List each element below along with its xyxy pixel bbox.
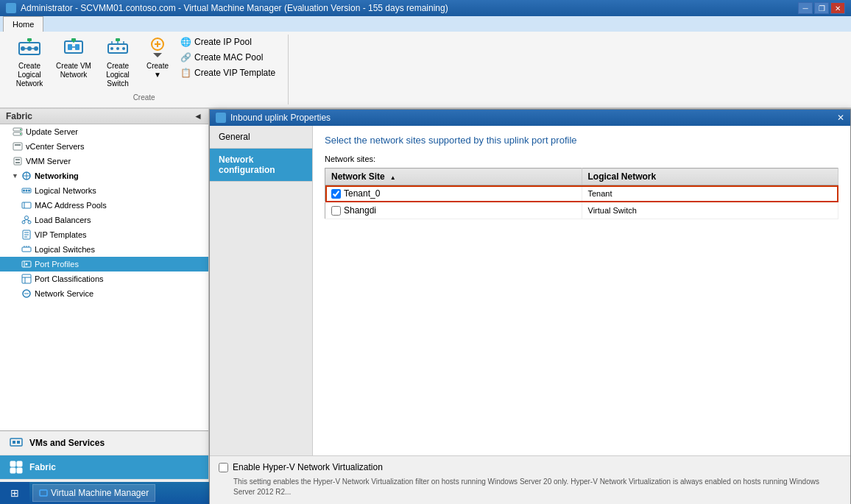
- create-mac-pool-button[interactable]: 🔗 Create MAC Pool: [177, 50, 279, 65]
- sidebar-item-networking[interactable]: ▼ Networking: [0, 168, 208, 183]
- dialog-footer: Enable Hyper-V Network Virtualization Th…: [210, 455, 850, 504]
- dialog-nav-network-config[interactable]: Network configuration: [210, 149, 312, 182]
- sidebar-item-update-server-label: Update Server: [26, 127, 78, 136]
- svg-rect-71: [17, 468, 22, 473]
- create-logical-network-button[interactable]: Create LogicalNetwork: [9, 35, 50, 90]
- svg-rect-32: [14, 157, 21, 165]
- nav-vms-services-label: VMs and Services: [29, 438, 105, 448]
- sidebar-item-vip-templates-label: VIP Templates: [35, 230, 87, 239]
- col-network-site-label: Network Site: [331, 171, 385, 182]
- svg-point-3: [34, 46, 38, 51]
- port-classifications-icon: [21, 273, 32, 285]
- close-button[interactable]: ✕: [830, 2, 845, 14]
- table-row-tenant0[interactable]: Tenant_0 Tenant: [325, 185, 838, 202]
- sidebar-item-vmm-server[interactable]: VMM Server: [0, 154, 208, 168]
- checkbox-tenant0[interactable]: [331, 189, 341, 199]
- sidebar-item-vip-templates[interactable]: VIP Templates: [0, 227, 208, 242]
- create-ip-pool-button[interactable]: 🌐 Create IP Pool: [177, 35, 279, 49]
- column-logical-network[interactable]: Logical Network: [582, 168, 838, 185]
- create-dropdown-button[interactable]: Create▼: [141, 35, 174, 82]
- sidebar-item-logical-networks[interactable]: Logical Networks: [0, 183, 208, 198]
- cell-network-tenant0: Tenant: [582, 185, 838, 202]
- sidebar-tree: Update Server vCenter Servers VMM Server…: [0, 124, 208, 430]
- checkbox-shangdi[interactable]: [331, 206, 341, 216]
- dialog-nav-general[interactable]: General: [210, 126, 312, 149]
- enable-hyper-v-row: Enable Hyper-V Network Virtualization: [219, 462, 841, 472]
- window-title: Administrator - SCVMM01.contoso.com - Vi…: [21, 3, 448, 13]
- create-ip-pool-label: Create IP Pool: [194, 37, 252, 47]
- sidebar-item-network-service[interactable]: Network Service: [0, 286, 208, 301]
- create-vip-template-label: Create VIP Template: [194, 68, 275, 78]
- sidebar-collapse-icon[interactable]: ◄: [194, 111, 202, 121]
- svg-rect-10: [75, 44, 80, 50]
- vmm-server-icon: [12, 155, 24, 167]
- sidebar-item-port-classifications-label: Port Classifications: [35, 274, 104, 283]
- svg-point-41: [28, 190, 30, 192]
- sidebar-item-logical-switches-label: Logical Switches: [35, 245, 95, 254]
- svg-point-40: [26, 190, 28, 192]
- col-logical-network-label: Logical Network: [588, 171, 657, 182]
- svg-rect-60: [22, 274, 31, 283]
- ribbon-group-buttons: Create LogicalNetwork Cre: [9, 35, 279, 90]
- svg-rect-67: [17, 441, 20, 444]
- create-vm-network-button[interactable]: Create VMNetwork: [53, 35, 94, 82]
- sidebar-item-logical-switches[interactable]: Logical Switches: [0, 242, 208, 257]
- table-row-shangdi[interactable]: Shangdi Virtual Switch: [325, 202, 838, 219]
- dialog-title-text: Inbound uplink Properties: [230, 113, 331, 123]
- svg-rect-6: [27, 38, 32, 41]
- sidebar-item-vcenter[interactable]: vCenter Servers: [0, 139, 208, 154]
- sidebar-item-update-server[interactable]: Update Server: [0, 124, 208, 139]
- svg-line-48: [27, 220, 29, 221]
- taskbar-item-vmm[interactable]: Virtual Machine Manager: [32, 484, 155, 502]
- svg-point-46: [28, 221, 31, 224]
- svg-rect-42: [22, 202, 31, 208]
- sidebar-item-port-profiles[interactable]: Port Profiles: [0, 257, 208, 271]
- nav-vms-services[interactable]: VMs and Services: [0, 431, 208, 455]
- ribbon-tabs: Home: [0, 16, 851, 32]
- ribbon-group-create: Create LogicalNetwork Cre: [6, 35, 289, 104]
- svg-rect-65: [10, 439, 22, 446]
- dialog-nav-network-config-label: Network configuration: [219, 155, 275, 175]
- taskbar-item-label: Virtual Machine Manager: [51, 488, 149, 498]
- start-button[interactable]: ⊞: [0, 482, 29, 504]
- minimize-button[interactable]: ─: [798, 2, 813, 14]
- column-network-site[interactable]: Network Site ▲: [325, 168, 582, 185]
- dialog-nav-general-label: General: [219, 132, 250, 142]
- svg-rect-69: [17, 461, 22, 466]
- cell-network-shangdi: Virtual Switch: [582, 202, 838, 219]
- dialog-close-button[interactable]: ✕: [837, 113, 844, 123]
- dialog-title-bar: Inbound uplink Properties ✕: [210, 110, 850, 126]
- restore-button[interactable]: ❐: [814, 2, 829, 14]
- svg-point-17: [122, 47, 125, 50]
- sort-asc-icon: ▲: [390, 174, 396, 181]
- load-balancers-icon: [21, 214, 32, 226]
- svg-rect-53: [22, 247, 31, 252]
- nav-vms-icon: [9, 436, 24, 450]
- create-logical-network-label: Create LogicalNetwork: [11, 62, 48, 88]
- ribbon-content: Create LogicalNetwork Cre: [0, 32, 851, 108]
- sidebar-item-port-classifications[interactable]: Port Classifications: [0, 271, 208, 286]
- port-profiles-icon: [21, 258, 32, 270]
- svg-point-16: [116, 47, 119, 50]
- svg-rect-30: [13, 143, 22, 150]
- sidebar: Fabric ◄ Update Server vCenter Servers V…: [0, 109, 209, 504]
- sidebar-item-load-balancers[interactable]: Load Balancers: [0, 213, 208, 227]
- svg-rect-68: [10, 461, 15, 466]
- sidebar-item-mac-pools[interactable]: MAC Address Pools: [0, 198, 208, 213]
- sidebar-item-vmm-server-label: VMM Server: [26, 157, 71, 166]
- svg-marker-25: [153, 53, 162, 57]
- svg-rect-102: [40, 490, 47, 496]
- enable-hyper-v-checkbox[interactable]: [219, 463, 228, 472]
- create-logical-switch-button[interactable]: CreateLogical Switch: [97, 35, 138, 90]
- ip-pool-icon: 🌐: [180, 37, 191, 47]
- dialog-sidebar: General Network configuration: [210, 126, 313, 455]
- networking-expand-icon: ▼: [12, 172, 18, 180]
- network-sites-table: Network Site ▲ Logical Network: [325, 168, 838, 219]
- logical-switches-icon: [21, 244, 32, 255]
- create-mac-pool-label: Create MAC Pool: [194, 52, 263, 63]
- ribbon-tab-home[interactable]: Home: [3, 16, 43, 32]
- create-vip-template-button[interactable]: 📋 Create VIP Template: [177, 65, 279, 80]
- nav-fabric[interactable]: Fabric: [0, 455, 208, 480]
- dialog-subtitle: Select the network sites supported by th…: [325, 135, 838, 146]
- svg-line-47: [24, 220, 27, 221]
